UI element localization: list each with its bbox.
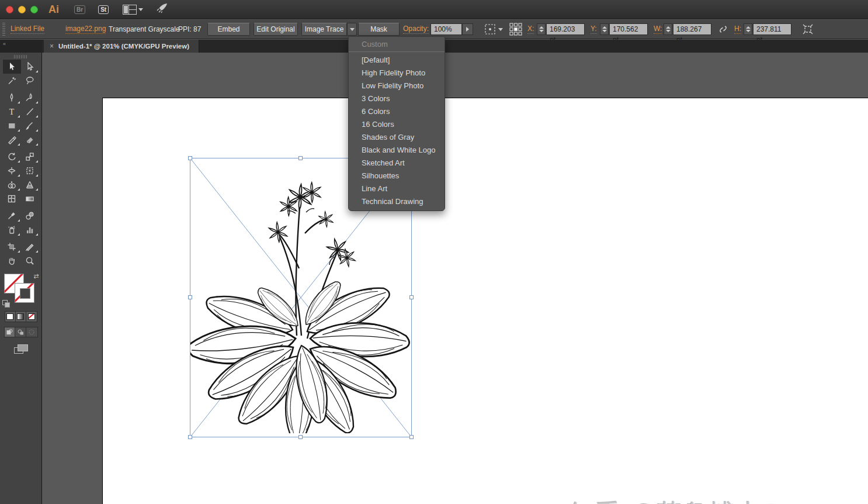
document-tab[interactable]: × Untitled-1* @ 201% (CMYK/GPU Preview) bbox=[44, 40, 199, 53]
image-trace-button[interactable]: Image Trace bbox=[301, 23, 347, 36]
none-button[interactable] bbox=[26, 312, 37, 322]
linked-file-link[interactable]: Linked File bbox=[11, 25, 44, 34]
opacity-link[interactable]: Opacity: bbox=[403, 25, 429, 34]
workspace-switcher[interactable] bbox=[123, 5, 143, 15]
perspective-grid-tool[interactable] bbox=[21, 178, 39, 192]
trace-menu-item-3-colors[interactable]: 3 Colors bbox=[349, 92, 445, 105]
panel-grip[interactable] bbox=[2, 23, 5, 36]
stroke-swatch-none[interactable] bbox=[15, 283, 34, 303]
line-segment-tool[interactable] bbox=[21, 105, 39, 119]
y-label[interactable]: Y: bbox=[591, 25, 597, 34]
paintbrush-tool[interactable] bbox=[21, 119, 39, 133]
toolbar-collapse-button[interactable]: « bbox=[0, 40, 42, 53]
symbol-sprayer-tool[interactable] bbox=[3, 223, 21, 237]
trace-menu-item-line-art[interactable]: Line Art bbox=[349, 182, 445, 195]
selection-handle-se[interactable] bbox=[409, 435, 414, 439]
swap-fill-stroke-icon[interactable]: ⇄ bbox=[33, 272, 39, 280]
svg-text:T: T bbox=[9, 108, 15, 116]
draw-inside-button[interactable] bbox=[26, 327, 37, 337]
mask-button[interactable]: Mask bbox=[358, 23, 400, 36]
close-tab-icon[interactable]: × bbox=[50, 42, 54, 50]
curvature-tool[interactable] bbox=[21, 91, 39, 105]
minimize-window-button[interactable] bbox=[18, 6, 26, 13]
embed-button[interactable]: Embed bbox=[207, 23, 250, 36]
hand-tool[interactable] bbox=[3, 254, 21, 268]
scale-tool[interactable] bbox=[21, 150, 39, 164]
tools-panel: T bbox=[0, 53, 42, 504]
slice-tool[interactable] bbox=[21, 240, 39, 254]
image-trace-preset-arrow[interactable] bbox=[347, 23, 357, 36]
trace-menu-item-default[interactable]: [Default] bbox=[349, 54, 445, 67]
trace-menu-item-shades-of-gray[interactable]: Shades of Gray bbox=[349, 131, 445, 144]
x-stepper[interactable] bbox=[537, 23, 546, 35]
w-label[interactable]: W: bbox=[654, 25, 662, 34]
magic-wand-tool[interactable] bbox=[3, 74, 21, 88]
selection-handle-n[interactable] bbox=[298, 156, 303, 160]
artboard-tool[interactable] bbox=[3, 240, 21, 254]
constrain-proportions-chain-icon[interactable] bbox=[717, 23, 729, 35]
h-field[interactable]: 237.811 pt bbox=[753, 23, 791, 35]
selection-handle-nw[interactable] bbox=[188, 156, 192, 160]
default-fill-stroke-icon[interactable] bbox=[2, 300, 10, 308]
reference-point-locator-icon[interactable] bbox=[509, 22, 523, 36]
h-stepper[interactable] bbox=[744, 23, 752, 35]
selection-handle-sw[interactable] bbox=[188, 435, 192, 439]
trace-menu-item-16-colors[interactable]: 16 Colors bbox=[349, 118, 445, 131]
type-tool[interactable]: T bbox=[3, 105, 21, 119]
x-label[interactable]: X: bbox=[527, 25, 534, 34]
opacity-slider-arrow[interactable] bbox=[462, 23, 473, 35]
file-name-link[interactable]: image22.png bbox=[65, 25, 106, 34]
trace-menu-item-silhouettes[interactable]: Silhouettes bbox=[349, 170, 445, 182]
x-field[interactable]: 169.203 pt bbox=[546, 23, 585, 35]
rotate-tool[interactable] bbox=[3, 150, 21, 164]
y-field[interactable]: 170.562 pt bbox=[609, 23, 648, 35]
mesh-tool[interactable] bbox=[3, 192, 21, 206]
free-transform-tool[interactable] bbox=[21, 164, 39, 178]
zoom-tool[interactable] bbox=[21, 254, 39, 268]
selection-handle-s[interactable] bbox=[298, 435, 303, 439]
stock-button[interactable]: St bbox=[98, 5, 109, 14]
transform-options-icon[interactable] bbox=[801, 23, 814, 36]
screen-mode-icon bbox=[18, 344, 28, 351]
gpu-performance-rocket-icon[interactable] bbox=[156, 2, 169, 16]
draw-normal-button[interactable] bbox=[5, 327, 16, 337]
bridge-button[interactable]: Br bbox=[74, 5, 85, 14]
chevron-down-icon bbox=[138, 8, 143, 11]
tools-panel-grip[interactable] bbox=[14, 55, 28, 58]
eyedropper-tool[interactable] bbox=[3, 209, 21, 223]
trace-menu-item-6-colors[interactable]: 6 Colors bbox=[349, 105, 445, 118]
trace-menu-item-low-fidelity[interactable]: Low Fidelity Photo bbox=[349, 80, 445, 92]
canvas-area[interactable]: 知乎 @菜鸟博士Caesar bbox=[42, 53, 868, 504]
blend-tool[interactable] bbox=[21, 209, 39, 223]
zoom-window-button[interactable] bbox=[30, 6, 38, 13]
w-stepper[interactable] bbox=[664, 23, 672, 35]
close-window-button[interactable] bbox=[6, 6, 13, 13]
y-stepper[interactable] bbox=[600, 23, 609, 35]
edit-original-button[interactable]: Edit Original bbox=[254, 23, 298, 36]
h-label[interactable]: H: bbox=[734, 25, 741, 34]
column-graph-tool[interactable] bbox=[21, 223, 39, 237]
eraser-tool[interactable] bbox=[21, 133, 39, 147]
shaper-tool[interactable] bbox=[3, 133, 21, 147]
width-tool[interactable] bbox=[3, 164, 21, 178]
color-button[interactable] bbox=[5, 312, 16, 322]
lasso-tool[interactable] bbox=[21, 74, 39, 88]
opacity-field[interactable]: 100% bbox=[430, 23, 462, 35]
pen-tool[interactable] bbox=[3, 91, 21, 105]
direct-selection-tool[interactable] bbox=[21, 60, 39, 74]
trace-menu-item-technical-drawing[interactable]: Technical Drawing bbox=[349, 195, 445, 208]
gradient-tool[interactable] bbox=[21, 192, 39, 206]
rectangle-tool[interactable] bbox=[3, 119, 21, 133]
trace-menu-item-sketched-art[interactable]: Sketched Art bbox=[349, 157, 445, 170]
change-screen-mode-button[interactable] bbox=[14, 344, 28, 354]
trace-menu-item-black-white-logo[interactable]: Black and White Logo bbox=[349, 144, 445, 157]
selection-handle-w[interactable] bbox=[188, 295, 192, 299]
select-similar-control[interactable] bbox=[484, 23, 503, 36]
trace-menu-item-high-fidelity[interactable]: High Fidelity Photo bbox=[349, 67, 445, 80]
draw-behind-button[interactable] bbox=[15, 327, 26, 337]
gradient-button[interactable] bbox=[16, 312, 26, 322]
shape-builder-tool[interactable] bbox=[3, 178, 21, 192]
w-field[interactable]: 188.267 pt bbox=[673, 23, 711, 35]
selection-tool[interactable] bbox=[3, 60, 21, 74]
selection-handle-e[interactable] bbox=[409, 295, 414, 299]
